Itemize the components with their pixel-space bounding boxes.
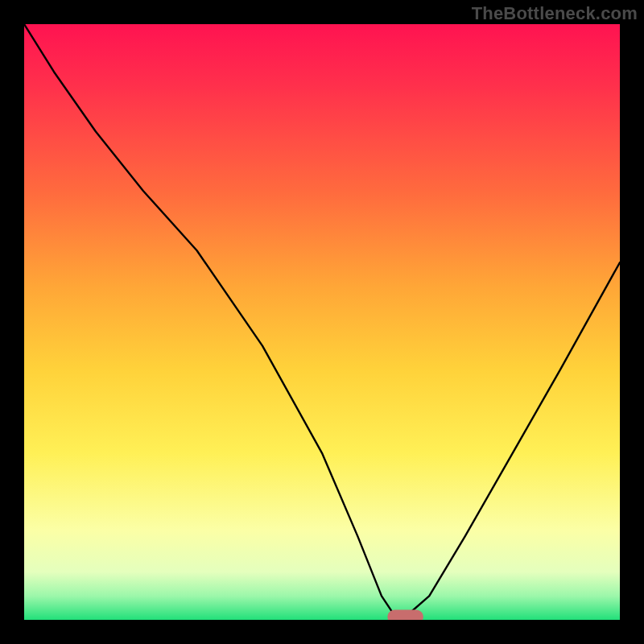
optimal-marker: [387, 609, 423, 620]
chart-svg: [24, 24, 620, 620]
bottleneck-curve: [24, 24, 620, 617]
plot-area: [24, 24, 620, 620]
chart-frame: TheBottleneck.com: [0, 0, 644, 644]
source-caption: TheBottleneck.com: [472, 3, 638, 24]
